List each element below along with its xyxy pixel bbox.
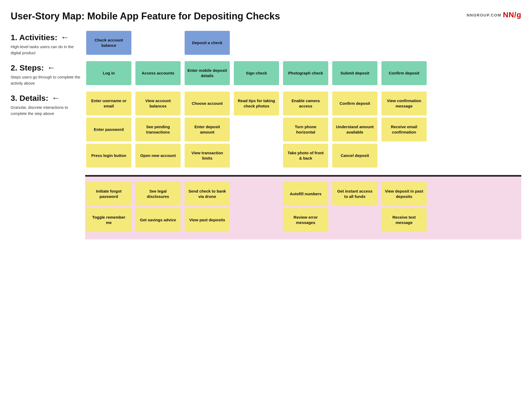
detail-confirm-deposit-d[interactable]: Confirm deposit <box>332 92 377 115</box>
pink-col-3: Send check to bank via drone View past d… <box>184 181 233 235</box>
pink-view-deposit-past[interactable]: View deposit in past deposits <box>381 182 427 206</box>
step-login[interactable]: Log in <box>86 61 131 85</box>
brand-logo: NN/g <box>503 11 521 19</box>
detail-understand-amount[interactable]: Understand amount available <box>332 118 377 142</box>
story-map: 1. Activities: ← High-level tasks users … <box>11 30 521 239</box>
step-sign-check[interactable]: Sign check <box>234 61 279 85</box>
detail-col-3: Choose account Enter deposit amount View… <box>184 90 233 171</box>
brand: NNGROUP.COM NN/g <box>467 11 521 19</box>
pink-initiate-forgot[interactable]: Initiate forgot password <box>86 182 131 206</box>
activities-cards: Check account balance Deposit a check <box>85 30 521 58</box>
detail-view-confirmation[interactable]: View confirmation message <box>381 92 427 115</box>
brand-url: NNGROUP.COM <box>467 13 501 17</box>
detail-enter-username[interactable]: Enter username or email <box>86 92 131 115</box>
step-submit-deposit[interactable]: Submit deposit <box>332 61 377 85</box>
steps-row: 2. Steps: ← Steps users go through to co… <box>11 60 521 88</box>
pink-receive-text[interactable]: Receive text message <box>381 208 427 232</box>
details-desc: Granular, discrete interactions to compl… <box>11 105 82 117</box>
steps-cards: Log in Access accounts Enter mobile depo… <box>85 60 521 88</box>
detail-col-7: View confirmation message Receive email … <box>380 90 430 171</box>
activities-label-area: 1. Activities: ← High-level tasks users … <box>11 30 85 56</box>
details-cards: Enter username or email Enter password P… <box>85 90 521 171</box>
detail-enable-camera[interactable]: Enable camera access <box>283 92 328 115</box>
pink-col-1: Initiate forgot password Toggle remember… <box>85 181 134 235</box>
details-arrow: ← <box>52 93 60 103</box>
col-5 <box>282 30 331 58</box>
details-label-area: 3. Details: ← Granular, discrete interac… <box>11 90 85 117</box>
activities-desc: High-level tasks users can do in the dig… <box>11 44 82 56</box>
pink-get-instant-access[interactable]: Get instant access to all funds <box>332 182 377 206</box>
pink-get-savings[interactable]: Get savings advice <box>135 208 181 232</box>
detail-press-login[interactable]: Press login button <box>86 144 131 168</box>
pink-review-errors[interactable]: Review error messages <box>283 208 328 232</box>
pink-col-4 <box>233 181 282 235</box>
step-col-5: Photograph check <box>282 60 331 88</box>
activities-row: 1. Activities: ← High-level tasks users … <box>11 30 521 58</box>
detail-enter-deposit-amount[interactable]: Enter deposit amount <box>185 118 230 142</box>
steps-label-area: 2. Steps: ← Steps users go through to co… <box>11 60 85 86</box>
col-4 <box>233 30 282 58</box>
col-6 <box>331 30 380 58</box>
step-col-4: Sign check <box>233 60 282 88</box>
detail-turn-phone[interactable]: Turn phone horizontal <box>283 118 328 142</box>
detail-enter-password[interactable]: Enter password <box>86 118 131 142</box>
detail-take-photo[interactable]: Take photo of front & back <box>283 144 328 168</box>
detail-cancel-deposit[interactable]: Cancel deposit <box>332 144 377 168</box>
pink-see-legal[interactable]: See legal disclosures <box>135 182 181 206</box>
detail-view-balances[interactable]: View account balances <box>135 92 181 115</box>
pink-col-2: See legal disclosures Get savings advice <box>134 181 184 235</box>
detail-see-pending[interactable]: See pending transactions <box>135 118 181 142</box>
pink-autofill[interactable]: Autofill numbers <box>283 182 328 206</box>
step-photograph-check[interactable]: Photograph check <box>283 61 328 85</box>
step-confirm-deposit[interactable]: Confirm deposit <box>381 61 427 85</box>
detail-read-tips[interactable]: Read tips for taking check photos <box>234 92 279 115</box>
activity-check-balance[interactable]: Check account balance <box>86 31 131 55</box>
step-col-1: Log in <box>85 60 134 88</box>
pink-col-6: Get instant access to all funds <box>331 181 380 235</box>
col-7 <box>380 30 430 58</box>
pink-col-5: Autofill numbers Review error messages <box>282 181 331 235</box>
detail-receive-email[interactable]: Receive email confirmation <box>381 118 427 142</box>
activities-arrow: ← <box>61 32 69 42</box>
detail-col-1: Enter username or email Enter password P… <box>85 90 134 171</box>
step-col-2: Access accounts <box>134 60 184 88</box>
step-access-accounts[interactable]: Access accounts <box>135 61 181 85</box>
detail-view-transaction-limits[interactable]: View transaction limits <box>185 144 230 168</box>
pink-col-7: View deposit in past deposits Receive te… <box>380 181 430 235</box>
pink-view-past-deposits[interactable]: View past deposits <box>185 208 230 232</box>
activity-deposit-check[interactable]: Deposit a check <box>185 31 230 55</box>
col-3: Deposit a check <box>184 30 233 58</box>
steps-arrow: ← <box>47 63 56 73</box>
pink-send-check-drone[interactable]: Send check to bank via drone <box>185 182 230 206</box>
col-2 <box>134 30 184 58</box>
activities-title: 1. Activities: ← <box>11 32 82 42</box>
steps-title: 2. Steps: ← <box>11 63 82 73</box>
step-col-6: Submit deposit <box>331 60 380 88</box>
details-title: 3. Details: ← <box>11 93 82 103</box>
detail-open-new-account[interactable]: Open new account <box>135 144 181 168</box>
step-col-7: Confirm deposit <box>380 60 430 88</box>
step-enter-mobile-deposit[interactable]: Enter mobile deposit details <box>185 61 230 85</box>
steps-desc: Steps users go through to complete the a… <box>11 74 82 86</box>
detail-col-4: Read tips for taking check photos <box>233 90 282 171</box>
col-1: Check account balance <box>85 30 134 58</box>
pink-toggle-remember[interactable]: Toggle remember me <box>86 208 131 232</box>
page-title: User-Story Map: Mobile App Feature for D… <box>11 11 280 22</box>
detail-choose-account[interactable]: Choose account <box>185 92 230 115</box>
details-row: 3. Details: ← Granular, discrete interac… <box>11 90 521 171</box>
detail-col-2: View account balances See pending transa… <box>134 90 184 171</box>
pink-section: Initiate forgot password Toggle remember… <box>85 177 521 239</box>
step-col-3: Enter mobile deposit details <box>184 60 233 88</box>
detail-col-5: Enable camera access Turn phone horizont… <box>282 90 331 171</box>
detail-col-6: Confirm deposit Understand amount availa… <box>331 90 380 171</box>
